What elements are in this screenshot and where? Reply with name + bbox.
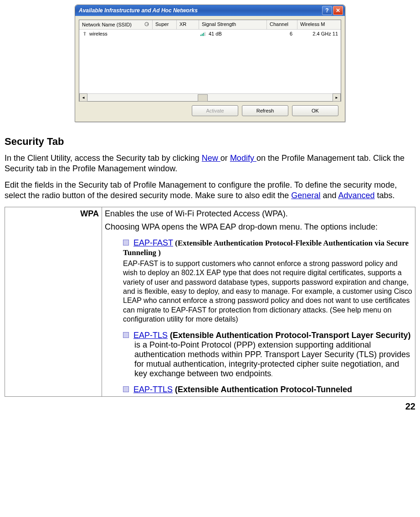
security-table: WPA Enables the use of Wi-Fi Protected A… (5, 207, 415, 397)
cell-channel: 6 (265, 30, 295, 38)
wpa-description-cell: Enables the use of Wi-Fi Protected Acces… (102, 207, 415, 396)
scroll-thumb[interactable] (198, 94, 208, 102)
scroll-track[interactable] (87, 94, 333, 101)
eap-ttls-bold: (Extensible Authentication Protocol-Tunn… (173, 385, 352, 394)
signal-bars-icon (200, 31, 207, 36)
header-ssid[interactable]: Network Name (SSID) (79, 20, 153, 29)
cell-mode: 2.4 GHz 11 (295, 30, 341, 38)
cell-ssid: wireless (79, 30, 152, 38)
scroll-right-arrow[interactable]: ► (333, 93, 341, 102)
wpa-line2: Choosing WPA opens the WPA EAP drop-down… (105, 222, 412, 232)
sort-icon (144, 21, 149, 28)
list-row[interactable]: wireless 41 dB 6 2.4 GH (79, 30, 341, 38)
horizontal-scrollbar[interactable]: ◄ ► (79, 93, 341, 101)
header-channel[interactable]: Channel (267, 20, 297, 29)
header-xr[interactable]: XR (177, 20, 199, 29)
dialog-title: Available Infrastructure and Ad Hoc Netw… (77, 7, 321, 14)
svg-rect-4 (202, 34, 203, 36)
header-signal[interactable]: Signal Strength (199, 20, 267, 29)
eap-tls-link[interactable]: EAP-TLS (133, 331, 168, 340)
bullet-icon (123, 240, 129, 246)
eap-ttls-item: EAP-TTLS (Extensible Authentication Prot… (123, 385, 412, 394)
button-row: Activate Refresh OK (79, 102, 341, 118)
eap-ttls-link[interactable]: EAP-TTLS (133, 385, 173, 394)
eap-tls-bold: (Extensible Authentication Protocol-Tran… (168, 331, 410, 340)
dialog-body: Network Name (SSID) Super XR Signal Stre… (75, 16, 345, 122)
svg-rect-5 (203, 33, 204, 36)
ok-button[interactable]: OK (292, 105, 338, 116)
modify-link[interactable]: Modify (230, 154, 256, 163)
network-list: Network Name (SSID) Super XR Signal Stre… (79, 20, 341, 102)
wpa-label: WPA (5, 207, 102, 396)
page-number: 22 (5, 401, 415, 412)
scroll-left-arrow[interactable]: ◄ (79, 93, 87, 102)
header-mode[interactable]: Wireless M (297, 20, 341, 29)
advanced-link[interactable]: Advanced (338, 191, 374, 200)
list-body: wireless 41 dB 6 2.4 GH (79, 30, 341, 93)
networks-dialog: Available Infrastructure and Ad Hoc Netw… (75, 5, 345, 122)
eap-fast-paragraph: EAP-FAST is to support customers who can… (123, 259, 412, 324)
activate-button: Activate (192, 105, 238, 116)
header-super[interactable]: Super (153, 20, 177, 29)
eap-fast-link[interactable]: EAP-FAST (133, 238, 173, 247)
new-link[interactable]: New (202, 154, 220, 163)
close-button[interactable]: ✕ (333, 6, 343, 15)
help-button[interactable]: ? (322, 6, 332, 15)
intro-paragraph-1: In the Client Utility, access the Securi… (5, 153, 415, 174)
section-heading: Security Tab (5, 136, 415, 148)
eap-tls-item: EAP-TLS (Extensible Authentication Proto… (123, 331, 412, 379)
infrastructure-icon (82, 31, 87, 36)
general-link[interactable]: General (291, 191, 320, 200)
cell-signal: 41 dB (198, 30, 265, 38)
list-header: Network Name (SSID) Super XR Signal Stre… (79, 20, 341, 30)
svg-rect-2 (84, 32, 85, 36)
cell-super (152, 30, 176, 38)
svg-rect-3 (200, 35, 201, 36)
svg-rect-6 (205, 32, 205, 36)
refresh-button[interactable]: Refresh (242, 105, 288, 116)
bullet-icon (123, 332, 129, 338)
wpa-line1: Enables the use of Wi-Fi Protected Acces… (105, 209, 412, 219)
bullet-icon (123, 386, 129, 392)
titlebar: Available Infrastructure and Ad Hoc Netw… (75, 5, 345, 16)
intro-paragraph-2: Edit the fields in the Security tab of P… (5, 180, 415, 201)
eap-fast-item: EAP-FAST (Extensible Authentication Prot… (123, 238, 412, 257)
cell-xr (176, 30, 198, 38)
